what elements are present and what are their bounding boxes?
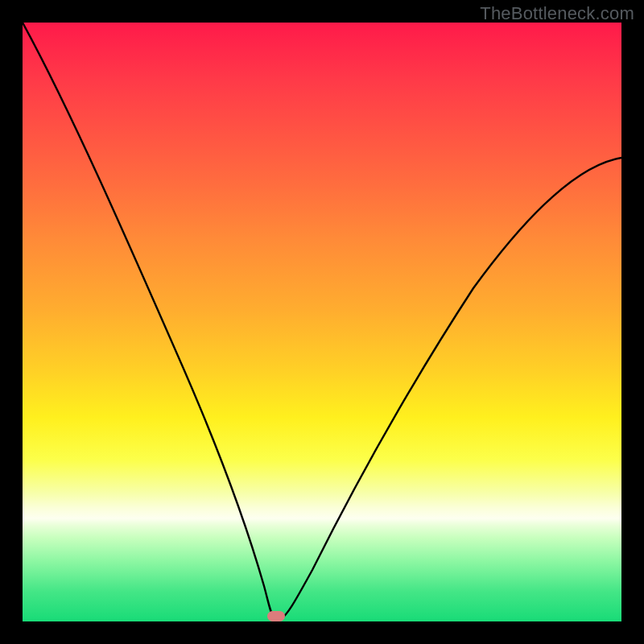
plot-area (23, 23, 621, 621)
curve-path (23, 23, 621, 619)
watermark-text: TheBottleneck.com (480, 3, 634, 24)
chart-frame: TheBottleneck.com (0, 0, 644, 644)
bottleneck-curve (23, 23, 621, 621)
optimal-marker (267, 611, 285, 621)
